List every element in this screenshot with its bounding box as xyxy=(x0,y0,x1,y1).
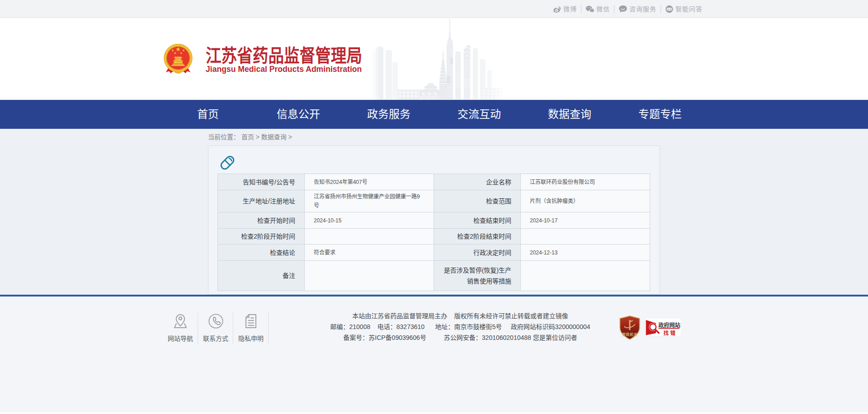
svg-text:政府网站: 政府网站 xyxy=(659,322,681,329)
svg-text:找错: 找错 xyxy=(664,330,677,336)
svg-text:党政机关: 党政机关 xyxy=(622,332,637,337)
